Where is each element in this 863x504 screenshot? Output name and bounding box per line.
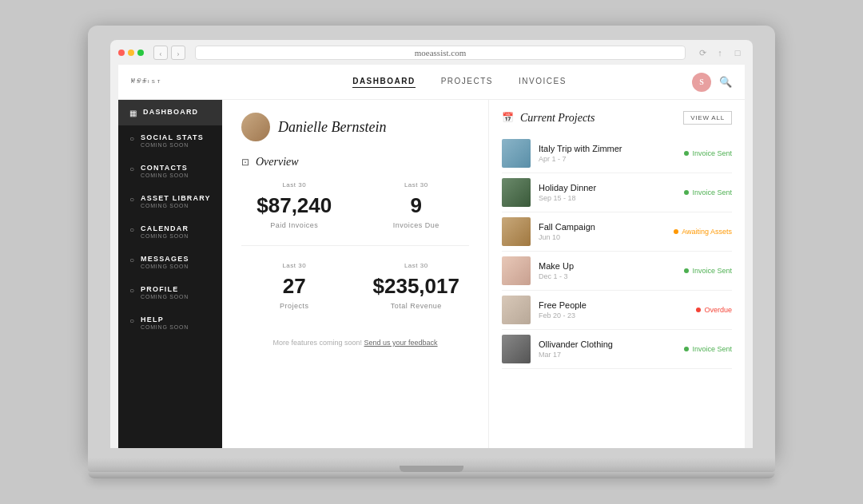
main-navigation: DASHBOARD PROJECTS INVOICES [227, 77, 692, 88]
help-icon: ○ [129, 316, 134, 325]
user-avatar-large [241, 113, 270, 141]
sidebar-item-profile[interactable]: ○ PROFILE COMING SOON [118, 277, 222, 308]
status-dot [684, 151, 689, 156]
social-stats-icon: ○ [129, 134, 134, 143]
sidebar-item-messages[interactable]: ○ MESSAGES COMING SOON [118, 247, 222, 277]
sidebar: ▦ DASHBOARD ○ SOCIAL STATS COMING SOON [118, 100, 222, 448]
projects-calendar-icon: 📅 [502, 112, 514, 124]
project-row[interactable]: Fall Campaign Jun 10 Awaiting Assets [502, 212, 732, 252]
user-header: Danielle Bernstein [241, 113, 469, 141]
project-thumb-fall [502, 217, 531, 246]
status-dot [684, 190, 689, 195]
project-row[interactable]: Free People Feb 20 - 23 Overdue [502, 291, 732, 330]
project-status-fall: Awaiting Assets [674, 228, 732, 236]
laptop-base [88, 458, 775, 472]
project-status-freepeople: Overdue [696, 306, 732, 314]
maximize-dot[interactable] [137, 50, 144, 56]
calendar-icon: ○ [129, 225, 134, 234]
overview-title: Overview [256, 156, 299, 169]
asset-library-icon: ○ [129, 195, 134, 204]
nav-link-invoices[interactable]: INVOICES [519, 77, 567, 88]
minimize-dot[interactable] [128, 50, 134, 56]
reload-button[interactable]: ⟳ [695, 46, 710, 60]
browser-window-controls [118, 50, 144, 56]
projects-header: 📅 Current Projects VIEW ALL [502, 111, 732, 125]
close-dot[interactable] [118, 50, 125, 56]
browser-nav-buttons: ‹ › [153, 46, 185, 60]
stat-invoices-due: Last 30 9 Invoices Due [364, 181, 470, 229]
overview-icon: ⊡ [241, 157, 249, 169]
project-status-italy: Invoice Sent [684, 149, 732, 157]
bookmark-icon[interactable]: □ [730, 46, 745, 60]
sidebar-item-contacts[interactable]: ○ CONTACTS COMING SOON [118, 156, 222, 186]
laptop-notch [400, 466, 463, 472]
view-all-button[interactable]: VIEW ALL [683, 111, 732, 125]
content-area: Danielle Bernstein ⊡ Overview Last 30 $8… [222, 100, 745, 448]
project-status-makeup: Invoice Sent [684, 267, 732, 275]
project-row[interactable]: Italy Trip with Zimmer Apr 1 - 7 Invoice… [502, 134, 732, 173]
stat-total-revenue: Last 30 $235,017 Total Revenue [364, 262, 470, 310]
nav-link-dashboard[interactable]: DASHBOARD [352, 77, 416, 88]
project-list: Italy Trip with Zimmer Apr 1 - 7 Invoice… [502, 134, 732, 369]
project-thumb-holiday [502, 178, 531, 207]
sidebar-item-asset-library[interactable]: ○ ASSET LIBRARY COMING SOON [118, 186, 222, 216]
stat-paid-invoices: Last 30 $87,240 Paid Invoices [241, 181, 348, 229]
logo: MOE ASSIST [131, 81, 227, 84]
dashboard-icon: ▦ [129, 109, 137, 117]
share-icon: ↑ [713, 46, 727, 60]
project-row[interactable]: Holiday Dinner Sep 15 - 18 Invoice Sent [502, 173, 732, 212]
feedback-bar: More features coming soon! Send us your … [241, 326, 469, 359]
stats-grid: Last 30 $87,240 Paid Invoices Last 30 9 … [241, 181, 469, 229]
projects-panel: 📅 Current Projects VIEW ALL Italy Trip w… [489, 100, 745, 448]
project-row[interactable]: Make Up Dec 1 - 3 Invoice Sent [502, 252, 732, 291]
forward-button[interactable]: › [171, 46, 185, 60]
browser-actions: ⟳ ↑ □ [695, 46, 745, 60]
status-dot [684, 347, 689, 351]
nav-link-projects[interactable]: PROJECTS [441, 77, 493, 88]
sidebar-item-help[interactable]: ○ HELP COMING SOON [118, 308, 222, 338]
user-avatar[interactable]: S [692, 73, 711, 92]
status-dot [684, 268, 689, 273]
status-dot [696, 308, 701, 312]
main-layout: ▦ DASHBOARD ○ SOCIAL STATS COMING SOON [118, 100, 745, 448]
laptop-bottom [88, 472, 775, 478]
profile-icon: ○ [129, 286, 134, 295]
project-thumb-italy [502, 139, 531, 168]
address-bar[interactable]: moeassist.com [195, 46, 686, 60]
status-dot [674, 229, 678, 234]
project-status-ollivander: Invoice Sent [684, 345, 732, 353]
user-name: Danielle Bernstein [278, 119, 386, 136]
back-button[interactable]: ‹ [153, 46, 168, 60]
project-thumb-ollivander [502, 335, 531, 363]
nav-right-area: S 🔍 [692, 73, 732, 92]
sidebar-item-calendar[interactable]: ○ CALENDAR COMING SOON [118, 216, 222, 247]
stats-grid-2: Last 30 27 Projects Last 30 $235,017 Tot… [241, 262, 469, 310]
projects-title: Current Projects [520, 112, 595, 125]
messages-icon: ○ [129, 256, 134, 264]
top-navigation: MOE ASSIST DASHBOARD PROJECTS INVOICES S… [118, 65, 745, 100]
project-thumb-makeup [502, 256, 531, 285]
project-status-holiday: Invoice Sent [684, 189, 732, 196]
projects-header-left: 📅 Current Projects [502, 112, 595, 125]
contacts-icon: ○ [129, 165, 134, 173]
overview-section-header: ⊡ Overview [241, 156, 469, 169]
overview-panel: Danielle Bernstein ⊡ Overview Last 30 $8… [222, 100, 489, 448]
sidebar-item-dashboard[interactable]: ▦ DASHBOARD [118, 100, 222, 125]
feedback-link[interactable]: Send us your feedback [364, 339, 438, 347]
sidebar-item-social-stats[interactable]: ○ SOCIAL STATS COMING SOON [118, 125, 222, 156]
stat-projects: Last 30 27 Projects [241, 262, 348, 310]
search-icon[interactable]: 🔍 [719, 76, 732, 89]
project-row[interactable]: Ollivander Clothing Mar 17 Invoice Sent [502, 330, 732, 369]
project-thumb-freepeople [502, 296, 531, 324]
